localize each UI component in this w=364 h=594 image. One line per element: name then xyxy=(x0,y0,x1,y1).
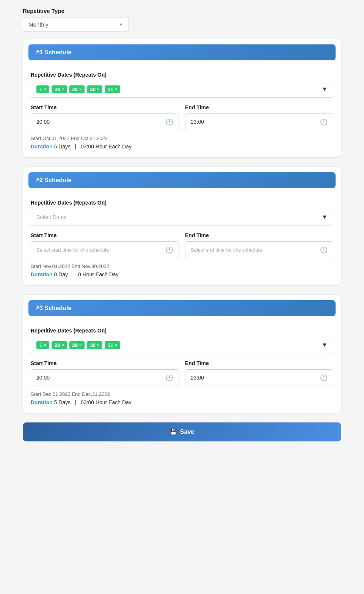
end-time-label-1: End Time xyxy=(185,104,333,110)
schedule-card-3: #3 Schedule Repetitive Dates (Repeats On… xyxy=(23,295,341,413)
end-time-col-2: End Time Select end time for this schedu… xyxy=(185,227,333,258)
start-time-col-2: Start Time Select start time for this sc… xyxy=(31,227,179,258)
schedule-header-1: #1 Schedule xyxy=(28,44,336,60)
save-icon: 💾 xyxy=(170,429,177,435)
repetitive-type-section: Repetitive Type Monthly ▼ xyxy=(23,8,341,32)
date-tag: 29 × xyxy=(69,341,85,349)
repetitive-type-label: Repetitive Type xyxy=(23,8,341,14)
chevron-down-icon: ▼ xyxy=(119,22,123,27)
date-tag: 28 × xyxy=(52,85,67,93)
date-tag: 1 × xyxy=(36,85,49,93)
chevron-down-icon: ▼ xyxy=(322,86,328,93)
end-time-placeholder-2: Select end time for this schedule xyxy=(191,247,262,253)
start-time-value-3: 20:00 xyxy=(36,375,50,381)
start-time-col-1: Start Time 20:00 🕐 xyxy=(31,99,179,130)
duration-row-3: Duration 5 Days | 03:00 Hour Each Day xyxy=(31,399,333,405)
date-tag: 31 × xyxy=(105,341,120,349)
end-time-value-1: 23:00 xyxy=(191,119,204,125)
start-time-placeholder-2: Select start time for this schedule xyxy=(36,247,109,253)
end-time-label-3: End Time xyxy=(185,360,333,366)
duration-days-1: 5 Days | 03:00 Hour Each Day xyxy=(54,143,131,150)
start-time-label-3: Start Time xyxy=(31,360,179,366)
dates-placeholder-2: Select Dates xyxy=(36,214,66,220)
dates-tags-1: 1 ×28 ×29 ×30 ×31 × xyxy=(36,85,322,93)
duration-label-2: Duration xyxy=(31,271,53,277)
schedule-body-1: Repetitive Dates (Repeats On) 1 ×28 ×29 … xyxy=(23,60,341,157)
end-time-input-2[interactable]: Select end time for this schedule 🕐 xyxy=(185,241,333,258)
date-tag: 30 × xyxy=(87,85,102,93)
start-time-value-1: 20:00 xyxy=(36,119,50,125)
clock-icon: 🕐 xyxy=(320,374,328,381)
duration-days-3: 5 Days | 03:00 Hour Each Day xyxy=(54,399,131,405)
clock-icon: 🕐 xyxy=(320,246,328,254)
schedule-header-2: #2 Schedule xyxy=(28,172,336,188)
dates-select-3[interactable]: 1 ×28 ×29 ×30 ×31 × ▼ xyxy=(31,337,333,353)
schedule-body-2: Repetitive Dates (Repeats On) Select Dat… xyxy=(23,188,341,285)
end-time-input-1[interactable]: 23:00 🕐 xyxy=(185,113,333,130)
dates-field-label-1: Repetitive Dates (Repeats On) xyxy=(31,72,333,78)
end-time-col-3: End Time 23:00 🕐 xyxy=(185,355,333,386)
date-tag: 30 × xyxy=(87,341,102,349)
time-row-3: Start Time 20:00 🕐 End Time 23:00 🕐 xyxy=(31,355,333,386)
start-time-label-1: Start Time xyxy=(31,104,179,110)
chevron-down-icon: ▼ xyxy=(322,342,328,348)
duration-label-1: Duration xyxy=(31,143,53,150)
date-range-1: Start Oct.01.2022 End Oct.31.2022 xyxy=(31,136,333,141)
clock-icon: 🕐 xyxy=(166,374,173,381)
clock-icon: 🕐 xyxy=(166,246,173,254)
date-range-3: Start Dec.01.2022 End Dec.31.2022 xyxy=(31,391,333,397)
time-row-2: Start Time Select start time for this sc… xyxy=(31,227,333,258)
end-time-col-1: End Time 23:00 🕐 xyxy=(185,99,333,130)
date-range-2: Start Nov.01.2022 End Nov.30.2022 xyxy=(31,263,333,269)
dates-select-1[interactable]: 1 ×28 ×29 ×30 ×31 × ▼ xyxy=(31,81,333,98)
duration-row-1: Duration 5 Days | 03:00 Hour Each Day xyxy=(31,143,333,150)
repetitive-type-select[interactable]: Monthly ▼ xyxy=(23,17,129,32)
end-time-value-3: 23:00 xyxy=(191,375,204,381)
schedule-card-2: #2 Schedule Repetitive Dates (Repeats On… xyxy=(23,167,341,285)
duration-label-3: Duration xyxy=(31,399,53,405)
dates-tags-3: 1 ×28 ×29 ×30 ×31 × xyxy=(36,341,322,349)
start-time-input-1[interactable]: 20:00 🕐 xyxy=(31,113,179,130)
end-time-label-2: End Time xyxy=(185,232,333,238)
dates-field-label-3: Repetitive Dates (Repeats On) xyxy=(31,328,333,334)
start-time-input-2[interactable]: Select start time for this schedule 🕐 xyxy=(31,241,179,258)
schedule-body-3: Repetitive Dates (Repeats On) 1 ×28 ×29 … xyxy=(23,316,341,413)
date-tag: 31 × xyxy=(105,85,120,93)
start-time-input-3[interactable]: 20:00 🕐 xyxy=(31,369,179,386)
date-tag: 1 × xyxy=(36,341,49,349)
date-tag: 28 × xyxy=(52,341,67,349)
start-time-label-2: Start Time xyxy=(31,232,179,238)
dates-field-label-2: Repetitive Dates (Repeats On) xyxy=(31,200,333,206)
time-row-1: Start Time 20:00 🕐 End Time 23:00 🕐 xyxy=(31,99,333,130)
date-tag: 29 × xyxy=(69,85,85,93)
clock-icon: 🕐 xyxy=(166,118,173,126)
save-button-label: Save xyxy=(180,429,194,435)
schedule-header-3: #3 Schedule xyxy=(28,300,336,316)
start-time-col-3: Start Time 20:00 🕐 xyxy=(31,355,179,386)
duration-days-2: 0 Day | 0 Hour Each Day xyxy=(54,271,118,277)
schedule-card-1: #1 Schedule Repetitive Dates (Repeats On… xyxy=(23,39,341,158)
end-time-input-3[interactable]: 23:00 🕐 xyxy=(185,369,333,386)
duration-row-2: Duration 0 Day | 0 Hour Each Day xyxy=(31,271,333,277)
clock-icon: 🕐 xyxy=(320,118,328,126)
chevron-down-icon: ▼ xyxy=(322,214,328,221)
repetitive-type-value: Monthly xyxy=(28,21,49,28)
save-button[interactable]: 💾 Save xyxy=(23,422,341,441)
dates-select-2[interactable]: Select Dates ▼ xyxy=(31,209,333,225)
